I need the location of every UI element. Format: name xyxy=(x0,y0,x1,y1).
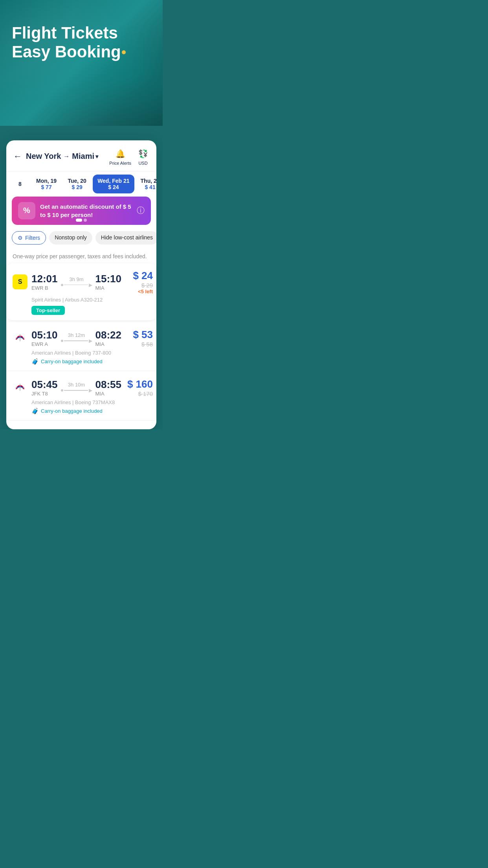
bell-icon: 🔔 xyxy=(114,147,127,160)
flight-card-2[interactable]: 05:10 EWR A 3h 12m ▶ 08:22 MIA $ xyxy=(6,322,156,371)
top-seller-badge: Top-seller xyxy=(31,306,65,315)
banner-dots xyxy=(76,219,87,222)
discount-banner[interactable]: % Get an automatic discount of $ 5 to $ … xyxy=(12,197,151,225)
currency-icon: 💱 xyxy=(137,147,149,160)
arrival-time-1: 15:10 xyxy=(95,273,122,285)
line-dot-start-3 xyxy=(61,389,63,392)
line-dot-start xyxy=(61,284,63,286)
american-airline-logo-2 xyxy=(13,331,28,346)
line-seg-3 xyxy=(64,390,88,391)
flight-line-2: ▶ xyxy=(61,338,92,344)
arrival-block-3: 08:55 MIA xyxy=(95,379,122,397)
arrival-time-2: 08:22 xyxy=(95,329,122,341)
price-alerts-label: Price Alerts xyxy=(109,161,131,166)
nonstop-only-chip[interactable]: Nonstop only xyxy=(49,231,92,245)
duration-label-1: 3h 9m xyxy=(69,276,83,282)
price-old-1: $ 29 xyxy=(125,282,153,289)
date-tab-wed21[interactable]: Wed, Feb 21 $ 24 xyxy=(93,175,134,193)
price-main-3: $ 160 xyxy=(125,378,153,390)
date-tab-mon19[interactable]: Mon, 19 $ 77 xyxy=(31,175,61,193)
flight-row-2: 05:10 EWR A 3h 12m ▶ 08:22 MIA $ xyxy=(13,329,150,348)
duration-label-2: 3h 12m xyxy=(68,332,85,338)
flight-details-3: American Airlines | Boeing 737MAX8 xyxy=(13,399,150,405)
route-display: New York → Miami ▾ xyxy=(26,152,109,161)
departure-block-2: 05:10 EWR A xyxy=(31,329,58,347)
flight-line-1: ▶ xyxy=(61,282,92,288)
hide-low-cost-chip[interactable]: Hide low-cost airlines xyxy=(95,231,156,245)
destination-chevron-icon[interactable]: ▾ xyxy=(95,153,98,160)
discount-text: Get an automatic discount of $ 5 to $ 10… xyxy=(40,202,132,219)
departure-block-1: 12:01 EWR B xyxy=(31,273,58,291)
flight-card-1[interactable]: S 12:01 EWR B 3h 9m ▶ 15:10 MIA xyxy=(6,263,156,321)
price-block-3: $ 160 $ 170 xyxy=(125,378,153,397)
american-airline-logo-3 xyxy=(13,380,28,395)
arrival-time-3: 08:55 xyxy=(95,379,122,391)
duration-block-3: 3h 10m ▶ xyxy=(61,382,92,393)
price-old-3: $ 170 xyxy=(125,390,153,397)
date-tabs: 8 Mon, 19 $ 77 Tue, 20 $ 29 Wed, Feb 21 … xyxy=(6,171,156,197)
back-button[interactable]: ← xyxy=(13,151,22,162)
seats-left-1: <5 left xyxy=(125,289,153,294)
spirit-airline-logo: S xyxy=(13,274,28,289)
currency-button[interactable]: 💱 USD xyxy=(137,147,149,166)
card-header: ← New York → Miami ▾ 🔔 Price Alerts 💱 US… xyxy=(6,140,156,171)
price-block-1: $ 24 $ 29 <5 left xyxy=(125,270,153,294)
line-dot-start-2 xyxy=(61,340,63,342)
price-alerts-button[interactable]: 🔔 Price Alerts xyxy=(109,147,131,166)
filters-icon: ⚙ xyxy=(18,235,23,241)
arrival-block-1: 15:10 MIA xyxy=(95,273,122,291)
info-icon[interactable]: ⓘ xyxy=(137,205,145,216)
arrow-icon-2: ▶ xyxy=(89,338,92,344)
line-seg-2 xyxy=(64,340,88,341)
route-arrow: → xyxy=(63,153,70,160)
departure-time-3: 05:45 xyxy=(31,379,58,391)
flight-times-2: 05:10 EWR A 3h 12m ▶ 08:22 MIA xyxy=(31,329,121,347)
date-tab-thu22[interactable]: Thu, 22 $ 41 xyxy=(136,175,156,193)
price-main-2: $ 53 xyxy=(125,329,153,341)
arrival-block-2: 08:22 MIA xyxy=(95,329,122,347)
arrival-airport-3: MIA xyxy=(95,391,122,397)
banner-dot-2 xyxy=(84,219,87,222)
departure-airport-1: EWR B xyxy=(31,285,58,291)
filters-label: Filters xyxy=(25,235,40,241)
arrival-airport-2: MIA xyxy=(95,341,122,347)
departure-time-2: 05:10 xyxy=(31,329,58,341)
duration-label-3: 3h 10m xyxy=(68,382,85,388)
date-tab-partial-left[interactable]: 8 xyxy=(10,175,30,193)
departure-time-1: 12:01 xyxy=(31,273,58,285)
american-logo-svg-3 xyxy=(13,381,27,395)
carry-on-label-2: Carry-on baggage included xyxy=(41,359,103,364)
price-old-2: $ 58 xyxy=(125,341,153,348)
date-tab-tue20[interactable]: Tue, 20 $ 29 xyxy=(63,175,91,193)
filter-chips: ⚙ Filters Nonstop only Hide low-cost air… xyxy=(6,230,156,249)
departure-block-3: 05:45 JFK T8 xyxy=(31,379,58,397)
arrow-icon: ▶ xyxy=(89,282,92,288)
arrival-airport-1: MIA xyxy=(95,285,122,291)
flight-details-2: American Airlines | Boeing 737-800 xyxy=(13,350,150,356)
destination-city: Miami ▾ xyxy=(72,152,98,161)
carry-on-row-2: 🧳 Carry-on baggage included xyxy=(13,358,150,365)
hero-title: Flight Tickets Easy Booking xyxy=(0,0,163,70)
duration-block-2: 3h 12m ▶ xyxy=(61,332,92,344)
carry-on-row-3: 🧳 Carry-on baggage included xyxy=(13,408,150,415)
departure-airport-3: JFK T8 xyxy=(31,391,58,397)
duration-block-1: 3h 9m ▶ xyxy=(61,276,92,288)
line-seg xyxy=(64,285,88,285)
hero-dot xyxy=(122,50,126,54)
note-text: One-way price per passenger, taxes and f… xyxy=(6,249,156,263)
flight-details-1: Spirit Airlines | Airbus A320-212 xyxy=(13,297,150,303)
main-card: ← New York → Miami ▾ 🔔 Price Alerts 💱 US… xyxy=(6,140,156,429)
discount-icon: % xyxy=(18,202,35,219)
departure-airport-2: EWR A xyxy=(31,341,58,347)
bag-icon-2: 🧳 xyxy=(31,358,39,365)
american-logo-svg xyxy=(13,331,27,345)
flight-row-1: S 12:01 EWR B 3h 9m ▶ 15:10 MIA xyxy=(13,270,150,294)
banner-dot-1 xyxy=(76,219,82,222)
bag-icon-3: 🧳 xyxy=(31,408,39,415)
currency-label: USD xyxy=(138,161,147,166)
filters-button[interactable]: ⚙ Filters xyxy=(12,231,46,245)
flight-card-3[interactable]: 05:45 JFK T8 3h 10m ▶ 08:55 MIA $ xyxy=(6,372,156,421)
flight-times-1: 12:01 EWR B 3h 9m ▶ 15:10 MIA xyxy=(31,273,121,291)
price-main-1: $ 24 xyxy=(125,270,153,282)
flight-row-3: 05:45 JFK T8 3h 10m ▶ 08:55 MIA $ xyxy=(13,378,150,397)
